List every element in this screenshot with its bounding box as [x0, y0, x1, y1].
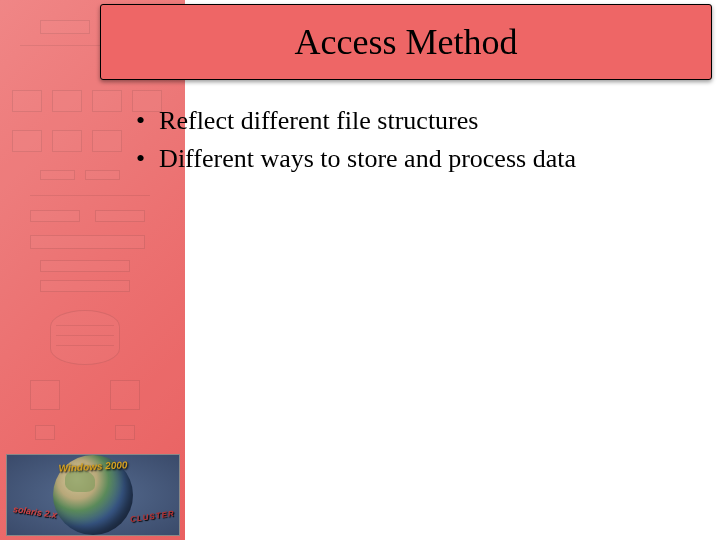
bullet-marker-icon: •	[136, 142, 145, 176]
title-banner: Access Method	[100, 4, 712, 80]
bottom-logo: Windows 2000 solaris 2.x CLUSTER	[6, 454, 180, 536]
slide-title: Access Method	[295, 21, 518, 63]
bullet-marker-icon: •	[136, 104, 145, 138]
bullet-text: Different ways to store and process data	[159, 142, 576, 176]
bullet-item: • Different ways to store and process da…	[128, 142, 688, 176]
logo-text-left: solaris 2.x	[13, 504, 58, 520]
content-area: • Reflect different file structures • Di…	[128, 104, 688, 180]
bullet-text: Reflect different file structures	[159, 104, 478, 138]
bullet-item: • Reflect different file structures	[128, 104, 688, 138]
logo-text-right: CLUSTER	[130, 509, 176, 524]
